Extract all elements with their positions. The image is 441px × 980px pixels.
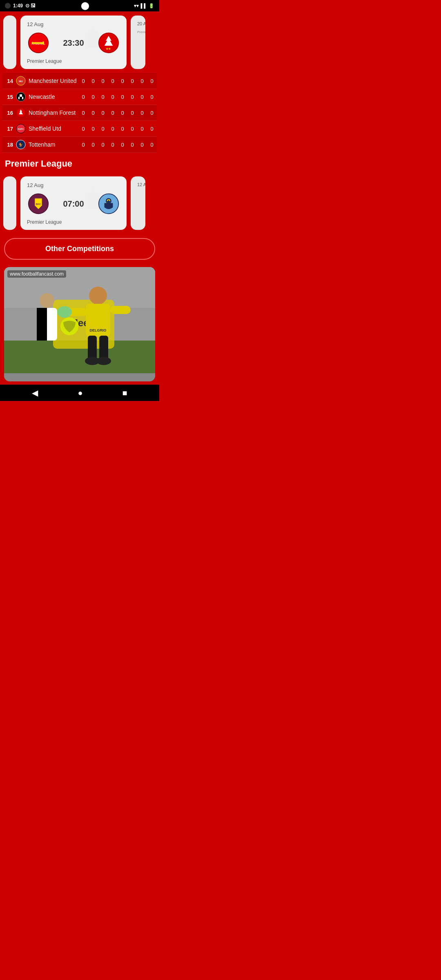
team-name: Manchester United: [29, 78, 78, 84]
svg-marker-10: [92, 27, 95, 32]
svg-rect-51: [88, 336, 97, 360]
league-table: 14 MU Manchester United 0 0 0 0 0 0 0 0 …: [0, 73, 159, 153]
team-name: Newcastle: [29, 94, 78, 100]
svg-marker-37: [92, 188, 95, 193]
svg-rect-19: [20, 97, 21, 99]
burnley-logo: BFC: [27, 192, 50, 215]
news-image: Jeep DELGRIO: [4, 267, 155, 381]
status-icons: ⊙ 🖫: [25, 3, 36, 9]
home-button[interactable]: ●: [78, 388, 82, 398]
news-card[interactable]: www.footballfancast.com Jeep: [4, 267, 155, 381]
svg-text:BFC: BFC: [36, 203, 41, 205]
svg-text:DELGRIO: DELGRIO: [89, 328, 106, 332]
team-stats: 0 0 0 0 0 0 0 0: [80, 110, 155, 116]
status-left: 1:49 ⊙ 🖫: [5, 3, 36, 9]
signal-icon: ▌▌: [140, 3, 147, 8]
recent-button[interactable]: ■: [122, 388, 127, 398]
match-card-arsenal-forest[interactable]: 12 Aug ARSENAL 23:30: [20, 16, 127, 69]
svg-point-54: [96, 357, 111, 365]
row-position: 16: [4, 110, 13, 116]
sheffield-logo: SUFC: [16, 123, 26, 134]
svg-point-3: [32, 42, 34, 44]
premier-league-carousel[interactable]: 12 Aug BFC 07:00: [0, 172, 159, 234]
match-card-burnley-mancity[interactable]: 12 Aug BFC 07:00: [20, 176, 127, 230]
svg-rect-9: [88, 34, 99, 48]
tottenham-logo: 🐓: [16, 139, 26, 150]
svg-text:MU: MU: [19, 80, 22, 82]
svg-rect-22: [21, 97, 22, 99]
status-bar: 1:49 ⊙ 🖫 ⬤ ▾▾ ▌▌ 🔋: [0, 0, 159, 11]
row-position: 14: [4, 78, 13, 84]
table-row[interactable]: 15 Newcastle 0 0 0 0 0: [2, 89, 157, 105]
table-row[interactable]: 18 🐓 Tottenham 0 0 0 0 0 0 0 0: [2, 137, 157, 153]
other-competitions-button[interactable]: Other Competitions: [4, 238, 155, 260]
premier-league-section-title: Premier League: [0, 153, 159, 172]
svg-text:SUFC: SUFC: [18, 128, 24, 130]
svg-rect-21: [22, 94, 23, 97]
svg-rect-57: [37, 308, 47, 341]
svg-rect-52: [99, 336, 108, 360]
team-stats: 0 0 0 0 0 0 0 0: [80, 78, 155, 84]
svg-rect-4: [42, 42, 44, 45]
svg-rect-16: [18, 94, 20, 97]
pl-watermark-2: [79, 187, 108, 221]
partial-card-right: 20 Au Premi...: [131, 16, 145, 69]
partial-date-right: 20 Au: [137, 21, 139, 26]
team-stats: 0 0 0 0 0 0 0 0: [80, 126, 155, 132]
manchester-united-logo: MU: [16, 76, 26, 86]
newcastle-logo: [16, 91, 26, 102]
svg-point-45: [89, 287, 107, 305]
svg-rect-23: [22, 97, 23, 99]
svg-rect-20: [21, 94, 22, 97]
svg-rect-36: [88, 195, 99, 209]
row-position: 17: [4, 126, 13, 132]
forest-table-logo: [16, 107, 26, 118]
status-right: ▾▾ ▌▌ 🔋: [134, 3, 154, 9]
top-match-carousel[interactable]: 12 Aug ARSENAL 23:30: [0, 11, 159, 73]
svg-text:🐓: 🐓: [18, 142, 24, 147]
news-url: www.footballfancast.com: [7, 270, 66, 278]
team-name: Tottenham: [29, 141, 78, 148]
table-row[interactable]: 17 SUFC Sheffield Utd 0 0 0 0 0 0 0 0: [2, 121, 157, 137]
svg-point-49: [57, 306, 72, 318]
battery-icon: 🔋: [149, 3, 154, 9]
partial-card-pl-left: [3, 176, 16, 230]
back-button[interactable]: ◀: [32, 388, 38, 398]
team-name: Nottingham Forest: [29, 109, 78, 116]
team-name: Sheffield Utd: [29, 125, 78, 132]
team-stats: 0 0 0 0 0 0 0 0: [80, 142, 155, 148]
row-position: 15: [4, 94, 13, 100]
svg-point-58: [40, 293, 54, 308]
partial-card-pl-right: 12 Au: [131, 176, 145, 230]
partial-card-left: [3, 16, 16, 69]
table-row[interactable]: 16 Nottingham Forest 0 0 0 0 0 0 0 0: [2, 105, 157, 121]
svg-rect-18: [18, 97, 20, 99]
status-center: ⬤: [81, 1, 89, 10]
match-teams-burnley: BFC 07:00: [27, 192, 120, 215]
pl-watermark: [79, 26, 108, 60]
row-position: 18: [4, 142, 13, 148]
status-dot: [5, 3, 11, 9]
arsenal-logo: ARSENAL: [27, 31, 50, 54]
table-row[interactable]: 14 MU Manchester United 0 0 0 0 0 0 0 0: [2, 73, 157, 89]
match-teams-arsenal: ARSENAL 23:30 ★★: [27, 31, 120, 54]
svg-rect-48: [110, 306, 131, 314]
navigation-bar: ◀ ● ■: [0, 385, 159, 401]
team-stats: 0 0 0 0 0 0 0 0: [80, 94, 155, 100]
wifi-icon: ▾▾: [134, 3, 139, 9]
svg-rect-2: [33, 42, 43, 44]
partial-pl-date: 12 Au: [137, 182, 139, 187]
svg-rect-17: [20, 94, 21, 97]
status-time: 1:49: [13, 3, 23, 9]
